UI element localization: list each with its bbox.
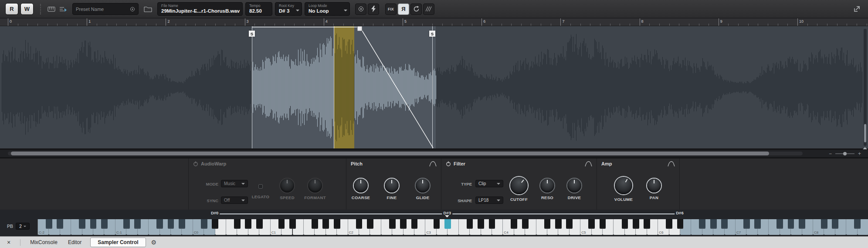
piano-key[interactable] [743,219,750,229]
tab-editor[interactable]: Editor [63,237,87,248]
key-range-strip[interactable]: D#0 D#3 D#6 [37,210,868,219]
preset-browser-icon[interactable] [130,7,135,12]
range-high-marker[interactable]: D#6 [675,210,685,215]
reso-knob[interactable] [540,179,554,193]
piano-key[interactable] [776,219,783,229]
tab-sampler-control[interactable]: Sampler Control [90,238,146,247]
file-name-field[interactable]: File Name 29MinJupiter-E...r1-ChorusB.wa… [157,2,243,16]
piano-key[interactable] [168,219,174,229]
piano-key[interactable] [633,219,639,229]
preset-name-field[interactable]: Preset Name [72,3,139,15]
piano-key[interactable] [201,219,207,229]
piano-key[interactable] [46,219,52,229]
one-shot-button[interactable] [368,3,379,15]
piano-key[interactable] [511,219,517,229]
volume-knob[interactable] [615,177,632,194]
piano-key[interactable] [179,219,185,229]
sample-start-flag[interactable]: S [249,31,255,37]
piano-key[interactable] [322,219,329,229]
piano-key[interactable] [245,219,251,229]
sample-end-marker[interactable]: S [432,26,433,148]
drag-phrase-icon[interactable] [57,3,69,15]
horizontal-scrollbar[interactable] [8,152,803,155]
piano-key[interactable] [522,219,529,229]
piano-key[interactable] [699,219,705,229]
waveform-display[interactable]: S S [0,26,868,148]
piano-key[interactable] [400,219,407,229]
computer-keyboard-input-icon[interactable] [45,3,57,15]
snap-zero-crossing-button[interactable] [355,3,366,15]
sample-loop-button[interactable] [410,3,422,15]
read-automation-button[interactable]: R [5,3,18,15]
formant-knob[interactable] [308,179,322,193]
sample-start-marker[interactable]: S [252,26,252,148]
tab-mixconsole[interactable]: MixConsole [25,237,63,248]
zoom-slider[interactable] [835,153,854,154]
piano-key[interactable] [544,219,551,229]
timeline-ruler[interactable]: 012345678910 [0,18,868,26]
pan-knob[interactable] [647,179,661,193]
zoom-in-button[interactable]: + [858,151,861,157]
piano-key[interactable] [710,219,717,229]
slice-button[interactable] [423,3,434,15]
piano-key[interactable] [434,219,440,229]
fine-knob[interactable] [385,179,399,193]
piano-key[interactable] [101,219,108,229]
piano-key[interactable] [799,219,805,229]
piano-key[interactable] [588,219,595,229]
piano-key[interactable] [721,219,728,229]
range-low-marker[interactable]: D#0 [210,210,220,215]
piano-keyboard[interactable]: C-2C-1C0C1C2C3C4C5C6C7C8 [37,219,868,235]
root-key-marker[interactable]: D#3 [442,210,452,215]
piano-key[interactable] [854,219,861,229]
piano-key[interactable] [478,219,484,229]
root-key-field[interactable]: Root Key D# 3 [275,2,302,16]
vertical-zoom-thumb[interactable] [864,124,866,142]
piano-key[interactable] [754,219,761,229]
filter-shape-dropdown[interactable]: LP18 [475,196,503,204]
zoom-slider-handle[interactable] [843,152,847,155]
open-in-window-icon[interactable] [851,3,863,15]
piano-key[interactable] [788,219,794,229]
pitchbend-range-dropdown[interactable]: 2 [16,223,30,230]
close-icon[interactable]: × [7,239,10,245]
fixed-pitch-button[interactable]: FIX [385,3,397,15]
loop-mode-field[interactable]: Loop Mode No Loop [305,2,350,16]
piano-key[interactable] [677,219,684,229]
amp-envelope-icon[interactable] [668,161,675,169]
import-file-icon[interactable] [142,3,154,15]
piano-key[interactable] [134,219,141,229]
cutoff-knob[interactable] [510,177,528,194]
filter-power-button[interactable] [446,161,451,166]
piano-key[interactable] [278,219,285,229]
piano-key[interactable] [212,219,218,229]
tempo-field[interactable]: Tempo 82.50 [245,2,272,16]
fade-handle[interactable] [357,26,362,31]
piano-key[interactable] [644,219,650,229]
sample-end-flag[interactable]: S [429,31,435,37]
piano-key[interactable] [334,219,340,229]
piano-key[interactable] [57,219,63,229]
coarse-knob[interactable] [354,179,368,193]
piano-key[interactable] [622,219,628,229]
piano-key[interactable] [566,219,573,229]
horizontal-scroll-thumb[interactable] [11,152,769,155]
piano-key[interactable] [256,219,263,229]
piano-key[interactable] [312,219,318,229]
piano-key[interactable] [289,219,296,229]
warp-mode-dropdown[interactable]: Music [221,180,248,187]
piano-key[interactable] [123,219,130,229]
pitch-envelope-icon[interactable] [429,161,437,169]
piano-key[interactable] [411,219,418,229]
filter-type-dropdown[interactable]: Clip [475,180,503,187]
piano-key[interactable] [467,219,473,229]
piano-key[interactable] [821,219,827,229]
glide-knob[interactable] [416,179,430,193]
zoom-out-button[interactable]: − [829,151,832,157]
drive-knob[interactable] [567,179,581,193]
piano-key[interactable] [389,219,396,229]
piano-key[interactable] [234,219,241,229]
vertical-zoom-slider[interactable] [864,29,867,146]
audiowarp-power-button[interactable] [193,161,198,166]
piano-key[interactable] [832,219,838,229]
